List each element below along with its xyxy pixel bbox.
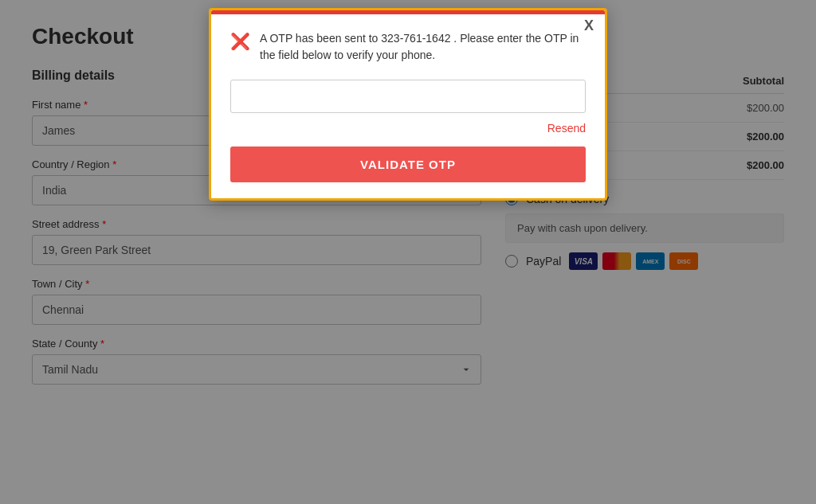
resend-container: Resend xyxy=(230,121,586,135)
validate-otp-button[interactable]: VALIDATE OTP xyxy=(230,147,586,182)
modal-overlay: X ❌ A OTP has been sent to 323-761-1642 … xyxy=(0,0,816,504)
otp-notice: ❌ A OTP has been sent to 323-761-1642 . … xyxy=(230,30,586,64)
modal-body: ❌ A OTP has been sent to 323-761-1642 . … xyxy=(211,14,605,198)
otp-modal: X ❌ A OTP has been sent to 323-761-1642 … xyxy=(209,8,607,201)
otp-input[interactable] xyxy=(230,80,586,113)
modal-close-button[interactable]: X xyxy=(584,18,594,33)
otp-message: A OTP has been sent to 323-761-1642 . Pl… xyxy=(260,30,586,64)
otp-check-icon: ❌ xyxy=(230,32,250,51)
resend-link[interactable]: Resend xyxy=(547,122,586,135)
